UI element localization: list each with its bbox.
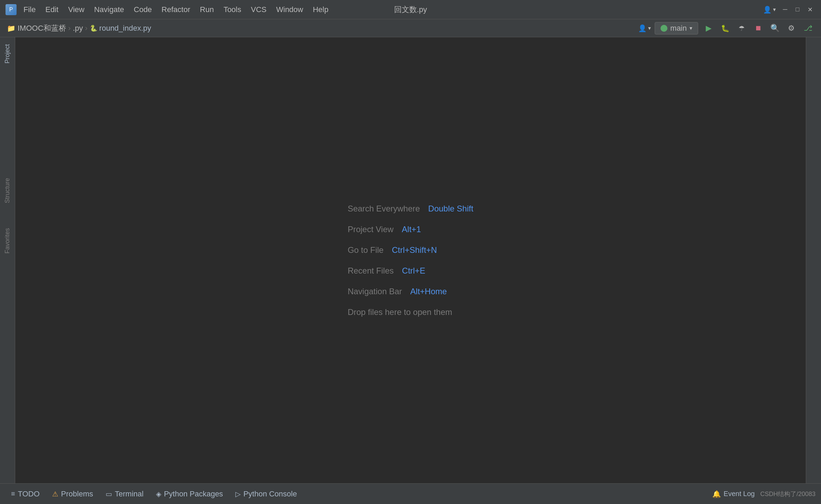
menu-code[interactable]: Code	[130, 4, 156, 16]
menu-window[interactable]: Window	[272, 4, 307, 16]
python-packages-icon: ◈	[156, 490, 161, 498]
run-button[interactable]: ▶	[702, 22, 715, 34]
tab-python-packages[interactable]: ◈ Python Packages	[150, 487, 228, 501]
status-info: CSDH结构了/20083	[760, 490, 815, 498]
hint-goto-file-shortcut[interactable]: Ctrl+Shift+N	[392, 245, 437, 255]
app-icon: P	[6, 4, 17, 15]
menu-tools[interactable]: Tools	[219, 4, 245, 16]
tab-terminal-label: Terminal	[115, 490, 144, 498]
menu-view[interactable]: View	[64, 4, 88, 16]
main-layout: Project Structure Favorites Search Every…	[0, 37, 821, 483]
hint-project-view: Project View Alt+1	[348, 225, 473, 234]
empty-editor-hints: Search Everywhere Double Shift Project V…	[348, 204, 473, 317]
hint-goto-file: Go to File Ctrl+Shift+N	[348, 245, 473, 255]
search-button[interactable]: 🔍	[769, 22, 781, 34]
hint-navigation-bar: Navigation Bar Alt+Home	[348, 287, 473, 296]
titlebar-left: P File Edit View Navigate Code Refactor …	[6, 4, 333, 16]
maximize-button[interactable]: □	[792, 4, 803, 15]
bottom-bar: ≡ TODO ⚠ Problems ▭ Terminal ◈ Python Pa…	[0, 483, 821, 504]
event-log-icon: 🔔	[712, 490, 721, 498]
tab-python-console-label: Python Console	[243, 490, 297, 498]
window-title: 回文数.py	[394, 4, 427, 15]
debug-button[interactable]: 🐛	[719, 22, 731, 34]
tab-python-console[interactable]: ▷ Python Console	[230, 487, 302, 501]
hint-goto-file-label: Go to File	[348, 245, 383, 255]
settings-button[interactable]: ⚙	[785, 22, 798, 34]
bottom-status-right: 🔔 Event Log CSDH结构了/20083	[712, 490, 815, 498]
editor-content: Search Everywhere Double Shift Project V…	[15, 37, 806, 483]
navbar: 📁 IMOOC和蓝桥 › .py › 🐍 round_index.py 👤 ▾ …	[0, 19, 821, 37]
window-controls: ─ □ ✕	[780, 4, 815, 15]
right-sidebar	[806, 37, 821, 483]
sidebar-project-icon[interactable]: Project	[2, 41, 12, 66]
terminal-icon: ▭	[106, 490, 112, 498]
menu-vcs[interactable]: VCS	[247, 4, 271, 16]
menu-navigate[interactable]: Navigate	[90, 4, 128, 16]
menu-edit[interactable]: Edit	[41, 4, 62, 16]
breadcrumb: 📁 IMOOC和蓝桥 › .py › 🐍 round_index.py	[7, 23, 151, 33]
menu-refactor[interactable]: Refactor	[157, 4, 194, 16]
hint-drop-files: Drop files here to open them	[348, 307, 473, 317]
menu-file[interactable]: File	[19, 4, 40, 16]
py-file-icon: 🐍	[90, 24, 97, 32]
menu-bar: File Edit View Navigate Code Refactor Ru…	[19, 4, 333, 16]
run-config-area: 👤 ▾ main ▾ ▶ 🐛 ☂ ⏹ 🔍 ⚙ ⎇	[638, 22, 814, 34]
hint-search-everywhere: Search Everywhere Double Shift	[348, 204, 473, 214]
tab-problems[interactable]: ⚠ Problems	[47, 487, 99, 501]
run-config-selector[interactable]: main ▾	[655, 22, 698, 34]
breadcrumb-sep-1: ›	[68, 24, 71, 33]
hint-drop-files-label: Drop files here to open them	[348, 307, 452, 317]
hint-recent-files-shortcut[interactable]: Ctrl+E	[402, 266, 425, 276]
sidebar-structure-label[interactable]: Structure	[2, 175, 12, 206]
hint-navigation-bar-shortcut[interactable]: Alt+Home	[410, 287, 447, 296]
minimize-button[interactable]: ─	[780, 4, 791, 15]
git-branch-button[interactable]: ⎇	[802, 22, 814, 34]
tab-todo[interactable]: ≡ TODO	[6, 487, 45, 501]
run-config-chevron: ▾	[690, 25, 692, 31]
hint-recent-files-label: Recent Files	[348, 266, 393, 276]
titlebar-right: 👤 ▾ ─ □ ✕	[763, 3, 815, 16]
tab-problems-label: Problems	[61, 490, 93, 498]
status-info-text: CSDH结构了/20083	[760, 490, 815, 498]
menu-run[interactable]: Run	[196, 4, 218, 16]
sidebar-project-label: Project	[4, 44, 11, 63]
folder-icon: 📁	[7, 24, 16, 32]
todo-icon: ≡	[11, 490, 15, 498]
sidebar-favorites-label[interactable]: Favorites	[2, 225, 12, 256]
folder-py[interactable]: .py	[73, 24, 83, 33]
event-log-button[interactable]: 🔔 Event Log	[712, 490, 755, 498]
tab-terminal[interactable]: ▭ Terminal	[100, 487, 149, 501]
breadcrumb-sep-2: ›	[85, 24, 87, 33]
vcs-user-button[interactable]: 👤 ▾	[638, 22, 651, 34]
hint-search-everywhere-label: Search Everywhere	[348, 204, 420, 214]
hint-project-view-shortcut[interactable]: Alt+1	[402, 225, 421, 234]
project-name[interactable]: IMOOC和蓝桥	[18, 23, 66, 33]
hint-search-everywhere-shortcut[interactable]: Double Shift	[428, 204, 473, 214]
close-button[interactable]: ✕	[804, 4, 815, 15]
coverage-button[interactable]: ☂	[735, 22, 748, 34]
menu-help[interactable]: Help	[309, 4, 332, 16]
hint-project-view-label: Project View	[348, 225, 393, 234]
titlebar: P File Edit View Navigate Code Refactor …	[0, 0, 821, 19]
current-file[interactable]: round_index.py	[99, 24, 151, 33]
tab-python-packages-label: Python Packages	[164, 490, 223, 498]
left-sidebar: Project Structure Favorites	[0, 37, 15, 483]
problems-icon: ⚠	[52, 490, 58, 498]
python-console-icon: ▷	[235, 490, 241, 498]
hint-recent-files: Recent Files Ctrl+E	[348, 266, 473, 276]
run-config-name: main	[670, 24, 687, 33]
hint-navigation-bar-label: Navigation Bar	[348, 287, 402, 296]
user-button[interactable]: 👤 ▾	[763, 3, 775, 16]
stop-button[interactable]: ⏹	[752, 22, 764, 34]
tab-todo-label: TODO	[18, 490, 40, 498]
event-log-label: Event Log	[724, 490, 755, 498]
